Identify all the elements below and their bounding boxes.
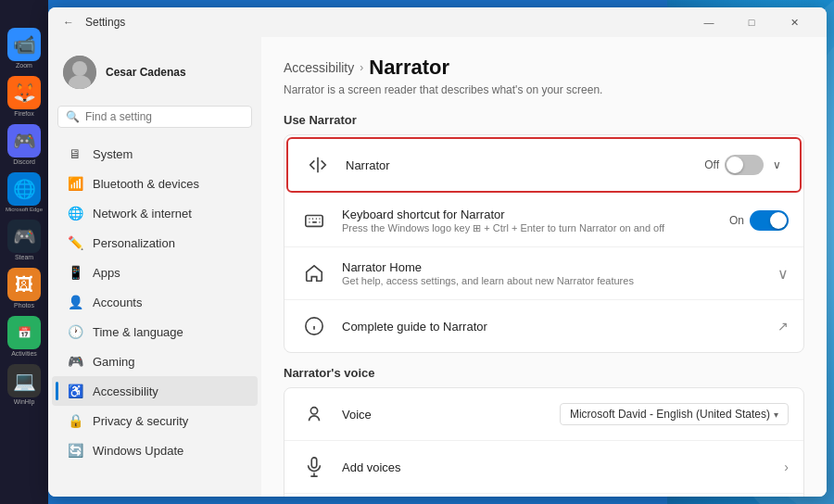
taskbar-photos[interactable]: 🖼 Photos [7, 268, 41, 309]
use-narrator-card: Narrator Off ∨ [284, 134, 804, 353]
narrator-expand-chevron[interactable]: ∨ [769, 155, 785, 175]
narrator-toggle-label: Off [704, 158, 719, 171]
taskbar-steam[interactable]: 🎮 Steam [7, 220, 41, 260]
complete-guide-row[interactable]: Complete guide to Narrator ↗ [284, 300, 803, 352]
main-panel: Accessibility › Narrator Narrator is a s… [261, 37, 827, 497]
sidebar-item-network[interactable]: 🌐 Network & internet [52, 198, 258, 228]
taskbar-zoom[interactable]: 📹 Zoom [7, 28, 41, 69]
bluetooth-icon: 📶 [67, 175, 83, 192]
breadcrumb-separator: › [360, 61, 363, 74]
sidebar-item-accessibility[interactable]: ♿ Accessibility [52, 376, 258, 406]
voice-dropdown-arrow: ▾ [774, 410, 778, 420]
add-voices-icon [299, 452, 329, 482]
narrator-title: Narrator [346, 158, 691, 172]
narrator-toggle[interactable] [725, 155, 764, 175]
voice-dropdown-value: Microsoft David - English (United States… [570, 408, 770, 421]
search-icon: 🔍 [66, 110, 80, 123]
privacy-icon: 🔒 [67, 412, 83, 429]
window-controls: — □ ✕ [688, 7, 815, 37]
breadcrumb: Accessibility › Narrator [284, 56, 804, 80]
settings-window: ← Settings — □ ✕ Cesar Cadenas [48, 7, 827, 497]
add-voices-title: Add voices [342, 460, 771, 474]
back-button[interactable]: ← [59, 13, 78, 32]
add-voices-chevron[interactable]: › [784, 460, 789, 474]
narrator-home-chevron[interactable]: ∨ [777, 265, 789, 283]
narrator-icon [303, 150, 333, 180]
keyboard-shortcut-control: On [729, 210, 789, 231]
complete-guide-title: Complete guide to Narrator [342, 320, 764, 334]
maximize-button[interactable]: □ [730, 7, 773, 37]
taskbar-winhlp[interactable]: 💻 WinHlp [7, 364, 41, 405]
system-icon: 🖥 [67, 145, 83, 162]
keyboard-icon [299, 206, 329, 235]
voice-dropdown[interactable]: Microsoft David - English (United States… [560, 403, 789, 425]
window-title: Settings [85, 16, 125, 29]
sidebar-item-personalization[interactable]: ✏️ Personalization [52, 228, 258, 258]
taskbar-edge[interactable]: 🌐 Microsoft Edge [6, 172, 43, 212]
keyboard-toggle-label: On [729, 214, 744, 227]
sidebar-item-gaming[interactable]: 🎮 Gaming [52, 346, 258, 376]
home-icon [299, 258, 329, 288]
sidebar-item-system[interactable]: 🖥 System [52, 139, 258, 169]
taskbar: 📹 Zoom 🦊 Firefox 🎮 Discord 🌐 Microsoft E… [0, 0, 48, 504]
apps-icon: 📱 [67, 264, 83, 281]
sidebar: Cesar Cadenas 🔍 🖥 System 📶 Bluetooth & d… [48, 37, 261, 497]
narrator-home-row[interactable]: Narrator Home Get help, access settings,… [284, 247, 803, 300]
keyboard-shortcut-row: Keyboard shortcut for Narrator Press the… [284, 195, 803, 247]
guide-icon [299, 311, 329, 341]
taskbar-discord[interactable]: 🎮 Discord [7, 124, 41, 165]
sidebar-item-bluetooth[interactable]: 📶 Bluetooth & devices [52, 169, 258, 198]
sidebar-item-time[interactable]: 🕐 Time & language [52, 317, 258, 346]
network-icon: 🌐 [67, 205, 83, 221]
external-link-icon[interactable]: ↗ [777, 319, 789, 334]
narrator-home-title: Narrator Home [342, 260, 764, 274]
page-title: Narrator [369, 56, 449, 80]
narrator-control[interactable]: Off ∨ [704, 155, 785, 175]
page-subtitle: Narrator is a screen reader that describ… [284, 83, 804, 96]
keyboard-shortcut-desc: Press the Windows logo key ⊞ + Ctrl + En… [342, 222, 716, 234]
search-input[interactable] [85, 110, 244, 123]
taskbar-firefox[interactable]: 🦊 Firefox [7, 76, 41, 117]
svg-point-1 [72, 61, 87, 76]
narrator-home-desc: Get help, access settings, and learn abo… [342, 275, 764, 286]
username: Cesar Cadenas [106, 66, 186, 79]
sidebar-item-accounts[interactable]: 👤 Accounts [52, 287, 258, 317]
personalization-icon: ✏️ [67, 234, 83, 251]
keyboard-shortcut-title: Keyboard shortcut for Narrator [342, 208, 716, 221]
use-narrator-title: Use Narrator [284, 113, 804, 127]
sidebar-item-apps[interactable]: 📱 Apps [52, 258, 258, 287]
speed-row: Speed Press Narrator + Plus (+) or Narra… [284, 494, 803, 497]
voice-icon [299, 399, 329, 429]
accessibility-icon: ♿ [67, 383, 83, 399]
taskbar-activities[interactable]: 📅 Activities [7, 316, 41, 357]
close-button[interactable]: ✕ [773, 7, 815, 37]
voice-row: Voice Microsoft David - English (United … [284, 388, 803, 441]
keyboard-shortcut-toggle[interactable] [750, 210, 789, 231]
accounts-icon: 👤 [67, 294, 83, 310]
svg-point-5 [310, 408, 317, 414]
narrator-voice-title: Narrator's voice [284, 366, 804, 380]
content-area: Cesar Cadenas 🔍 🖥 System 📶 Bluetooth & d… [48, 37, 827, 497]
narrator-voice-card: Voice Microsoft David - English (United … [284, 387, 804, 497]
windows-update-icon: 🔄 [67, 442, 83, 459]
breadcrumb-parent[interactable]: Accessibility [284, 60, 354, 75]
user-profile[interactable]: Cesar Cadenas [48, 48, 261, 96]
voice-title: Voice [342, 408, 547, 422]
sidebar-item-windows-update[interactable]: 🔄 Windows Update [52, 435, 258, 465]
titlebar: ← Settings — □ ✕ [48, 7, 827, 37]
svg-rect-3 [306, 216, 322, 227]
sidebar-item-privacy[interactable]: 🔒 Privacy & security [52, 406, 258, 435]
minimize-button[interactable]: — [688, 7, 730, 37]
avatar [63, 56, 96, 89]
time-icon: 🕐 [67, 323, 83, 340]
add-voices-row[interactable]: Add voices › [284, 441, 803, 494]
narrator-row: Narrator Off ∨ [286, 137, 802, 193]
search-box[interactable]: 🔍 [57, 106, 252, 128]
gaming-icon: 🎮 [67, 353, 83, 370]
